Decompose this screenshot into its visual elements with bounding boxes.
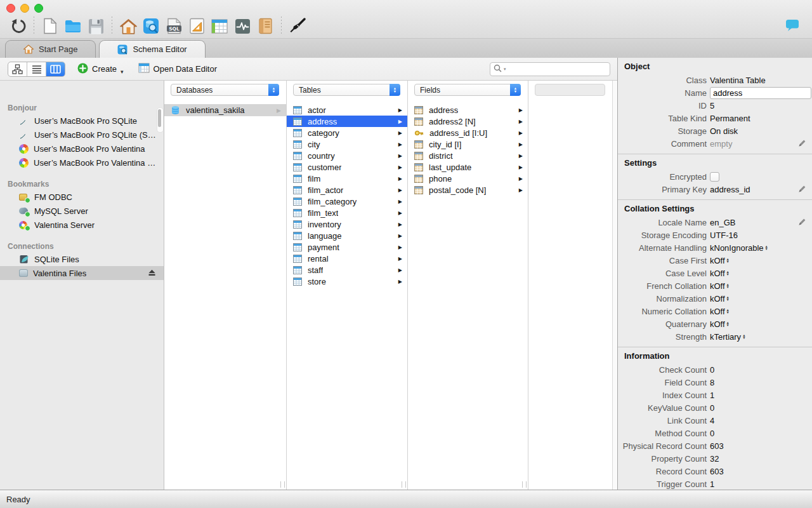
alternate-handling-popup[interactable]: kNonIgnorable▴▾ (707, 243, 768, 253)
column-resize-grip[interactable] (522, 481, 527, 488)
database-row-valentina-sakila[interactable]: valentina_sakila▶ (164, 104, 286, 116)
inspector-row-index-count: Index Count1 (618, 389, 812, 401)
eject-button[interactable] (148, 269, 156, 278)
table-row-address[interactable]: address▶ (287, 116, 407, 127)
case-first-popup[interactable]: kOff▴▾ (707, 256, 729, 265)
tree-view-button[interactable] (8, 62, 27, 76)
feedback-chat-button[interactable] (785, 19, 799, 34)
columns-view-button[interactable] (46, 62, 65, 76)
sidebar-item-sqlite-files[interactable]: SQLite Files (0, 252, 164, 266)
tab-label: Schema Editor (133, 44, 187, 54)
report-editor-button[interactable] (185, 15, 208, 37)
edit-locale-name-button[interactable] (798, 218, 806, 228)
search-input[interactable] (508, 64, 606, 74)
table-row-film-actor[interactable]: film_actor▶ (287, 184, 407, 196)
popup-stepper-icon: ▴▾ (727, 283, 729, 288)
sql-editor-button[interactable]: SQL (162, 15, 185, 37)
inspector-row-id: ID5 (618, 99, 812, 112)
sidebar-item-user-s-macbook-pro-sqlite[interactable]: User’s MacBook Pro SQLite (0, 114, 164, 128)
sidebar-item-fm-odbc[interactable]: FM ODBC (0, 190, 164, 204)
tables-popup[interactable]: Tables▴▾ (293, 84, 400, 96)
sidebar-item-user-s-macbook-pro-valentina[interactable]: User’s MacBook Pro Valentina (0, 142, 164, 156)
sidebar-item-user-s-macbook-pro-sqlite-ssl[interactable]: User’s MacBook Pro SQLite (SSL) (0, 128, 164, 142)
columns-scrollbar-strip[interactable] (613, 81, 617, 490)
french-collation-popup[interactable]: kOff▴▾ (707, 281, 729, 291)
field-row-phone[interactable]: phone▶ (408, 173, 528, 184)
strength-popup[interactable]: kTertiary▴▾ (707, 332, 745, 342)
disclosure-arrow-icon: ▶ (398, 176, 402, 182)
field-row-address[interactable]: address▶ (408, 104, 528, 116)
table-row-film-category[interactable]: film_category▶ (287, 196, 407, 207)
column-resize-grip[interactable] (402, 481, 406, 488)
table-row-category[interactable]: category▶ (287, 127, 407, 138)
inspector-row-value: kTertiary (710, 332, 741, 342)
case-level-popup[interactable]: kOff▴▾ (707, 269, 729, 278)
disclosure-arrow-icon: ▶ (398, 153, 402, 159)
inspector-row-label: Comment (618, 139, 707, 149)
table-row-language[interactable]: language▶ (287, 230, 407, 241)
table-row-city[interactable]: city▶ (287, 138, 407, 150)
field-row-address2-n[interactable]: address2 [N]▶ (408, 116, 528, 127)
inspector-row-label: Numeric Collation (618, 307, 707, 316)
table-row-payment[interactable]: payment▶ (287, 241, 407, 253)
minimize-window-button[interactable] (20, 4, 29, 13)
normalization-popup[interactable]: kOff▴▾ (707, 294, 729, 304)
search-field[interactable]: ▾ (490, 62, 610, 76)
encrypted-checkbox[interactable] (710, 172, 719, 182)
data-editor-button[interactable] (208, 15, 231, 37)
connections-button[interactable] (286, 15, 309, 37)
save-button[interactable] (84, 15, 107, 37)
edit-primary-key-button[interactable] (798, 185, 806, 195)
table-row-rental[interactable]: rental▶ (287, 253, 407, 264)
inspector-row-label: Quaternary (618, 319, 707, 329)
table-row-film-text[interactable]: film_text▶ (287, 207, 407, 218)
row-label: district (429, 151, 453, 161)
inspector-section-title: Object (618, 58, 812, 74)
field-row-postal-code-n[interactable]: postal_code [N]▶ (408, 184, 528, 196)
disclosure-arrow-icon: ▶ (398, 119, 402, 124)
name-input[interactable] (710, 87, 811, 99)
close-window-button[interactable] (6, 4, 15, 13)
table-row-customer[interactable]: customer▶ (287, 161, 407, 173)
list-view-button[interactable] (27, 62, 46, 76)
sidebar-item-valentina-files[interactable]: Valentina Files (0, 266, 164, 280)
column-resize-grip[interactable] (280, 481, 285, 488)
table-row-store[interactable]: store▶ (287, 276, 407, 287)
numeric-collation-popup[interactable]: kOff▴▾ (707, 307, 729, 316)
tab-schema-editor[interactable]: Schema Editor (99, 40, 205, 58)
log-button[interactable] (254, 15, 277, 37)
table-row-actor[interactable]: actor▶ (287, 104, 407, 116)
start-page-button[interactable] (117, 15, 140, 37)
create-button[interactable]: Create ▾ (77, 63, 124, 76)
field-row-district[interactable]: district▶ (408, 150, 528, 161)
inspector-row-label: KeyValue Count (618, 403, 707, 413)
open-data-editor-button[interactable]: Open Data Editor (138, 63, 217, 75)
quaternary-popup[interactable]: kOff▴▾ (707, 319, 729, 329)
inspector-row-value: kOff (710, 294, 725, 304)
open-database-button[interactable] (62, 15, 84, 37)
table-row-film[interactable]: film▶ (287, 173, 407, 184)
sidebar-item-valentina-server[interactable]: Valentina Server (0, 218, 164, 232)
disclosure-arrow-icon: ▶ (519, 176, 523, 182)
tab-start-page[interactable]: Start Page (5, 40, 96, 58)
diagnostics-button[interactable] (231, 15, 254, 37)
table-row-staff[interactable]: staff▶ (287, 264, 407, 276)
field-row-city-id-i[interactable]: city_id [I]▶ (408, 138, 528, 150)
field-row-address-id-i-u[interactable]: address_id [I:U]▶ (408, 127, 528, 138)
edit-comment-button[interactable] (798, 139, 806, 149)
sidebar-item-user-s-macbook-pro-valentina-s[interactable]: User’s MacBook Pro Valentina (S… (0, 156, 164, 170)
field-row-last-update[interactable]: last_update▶ (408, 161, 528, 173)
table-row-inventory[interactable]: inventory▶ (287, 218, 407, 230)
new-database-button[interactable] (39, 15, 62, 37)
undo-button[interactable] (6, 15, 29, 37)
table-icon (293, 255, 302, 263)
schema-editor-button[interactable] (140, 15, 162, 37)
zoom-window-button[interactable] (34, 4, 43, 13)
databases-popup[interactable]: Databases▴▾ (171, 84, 279, 96)
fields-popup[interactable]: Fields▴▾ (414, 84, 521, 96)
connections-sidebar: BonjourUser’s MacBook Pro SQLiteUser’s M… (0, 81, 164, 490)
table-row-country[interactable]: country▶ (287, 150, 407, 161)
sidebar-item-mysql-server[interactable]: MySQL Server (0, 204, 164, 218)
inspector-row-value: 1 (710, 391, 714, 400)
table-icon (293, 140, 302, 149)
